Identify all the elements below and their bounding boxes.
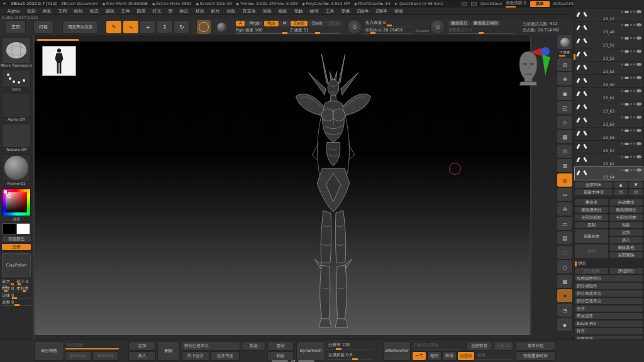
menu-item[interactable]: Z脚本 [372, 8, 391, 14]
visibility-eye-icon[interactable] [636, 89, 641, 92]
right-shelf-icon[interactable]: ⊞ [557, 58, 572, 71]
all-to-target-button[interactable]: 全部到目标 [609, 214, 643, 221]
tool-mode-button[interactable]: + [140, 21, 155, 33]
polypaint-icon[interactable] [625, 50, 629, 53]
subtool-row[interactable]: 23_57 [575, 141, 643, 153]
visibility-eye-icon[interactable] [636, 23, 641, 26]
menu-item[interactable]: 灯光 [149, 8, 165, 14]
subtool-row[interactable]: 23_62 [575, 154, 643, 167]
append-button[interactable]: 追加 [129, 342, 155, 350]
smart-resym-button[interactable]: 智能重新对称 [516, 352, 555, 360]
menu-item[interactable]: 宏 [165, 8, 176, 14]
folder-up-icon[interactable]: ◳ [614, 189, 628, 195]
menu-item[interactable]: 标记 [176, 8, 192, 14]
paste-subtool-button[interactable]: 粘贴 [609, 222, 643, 228]
polypaint-icon[interactable] [625, 37, 629, 40]
right-shelf-icon[interactable]: ⊠ [557, 159, 572, 172]
polypaint-icon[interactable] [625, 129, 629, 132]
bottombar-scrollbar[interactable]: ▲▼ [272, 359, 314, 362]
subtool-row-icons[interactable] [621, 36, 641, 40]
split-section-header[interactable]: 拆分 [575, 261, 643, 266]
split-panel-button[interactable]: 布尔运算 [575, 313, 643, 319]
clay-max-slider[interactable]: 最大 25 [2, 279, 16, 285]
redo-last-relative-button[interactable]: 重做最后相对 [471, 20, 501, 26]
divide-button[interactable]: 细分网格 [35, 342, 64, 360]
polypaint-icon[interactable] [625, 63, 629, 66]
gradient-label[interactable]: 渐变 [1, 217, 32, 222]
all-high-button[interactable]: 最高级细分 [609, 207, 643, 213]
copy-subtool-button[interactable]: 复制 [575, 222, 608, 228]
right-shelf-icon[interactable]: ▪ [557, 318, 572, 331]
polypaint-icon[interactable] [625, 24, 629, 26]
menu-item[interactable]: 渲染 [259, 8, 275, 14]
target-polygons-slider[interactable]: 目标多边形数 [413, 342, 463, 350]
menu-item[interactable]: 笔刷 [23, 8, 39, 14]
subtool-row-icons[interactable] [621, 89, 641, 92]
mirror-slider[interactable]: 镜像 [476, 352, 513, 360]
rename-button[interactable]: 重命名 [575, 199, 608, 206]
right-shelf-icon[interactable]: ↔ [557, 188, 572, 201]
subtool-row-icons[interactable] [621, 155, 641, 158]
bpr-render-button[interactable] [557, 35, 572, 49]
subtool-row[interactable]: 23_27 [575, 9, 643, 21]
alpha-thumbnail[interactable] [3, 94, 30, 117]
preview-boolean-button[interactable]: 预览布尔渲染 [63, 21, 97, 33]
spix-slider[interactable]: 子像素 [557, 50, 573, 57]
subtool-row-icons[interactable] [621, 102, 641, 106]
clay-surface-slider[interactable]: 表面 0 [2, 300, 31, 306]
menu-toggle-button[interactable]: 菜单 [530, 1, 550, 7]
subtool-row-icons[interactable] [621, 63, 641, 66]
folder-down-icon[interactable]: ◲ [629, 189, 643, 195]
groups-split-button[interactable]: 按组拆分 [609, 268, 643, 274]
delete-button[interactable]: 删除 [575, 244, 608, 258]
all-low-button[interactable]: 最低级细分 [575, 207, 608, 213]
dynamesh-button[interactable]: Dynamesh [297, 342, 325, 360]
subtool-row[interactable]: 23_52 [575, 48, 643, 61]
visibility-eye-icon[interactable] [636, 36, 641, 40]
subtool-row[interactable]: 23_64 [575, 167, 643, 180]
right-shelf-icon[interactable]: ◇ [557, 116, 572, 129]
move-down-button[interactable]: ▼ [629, 182, 643, 188]
delete-lower-button[interactable]: 删除低级 [65, 352, 91, 360]
list-all-button[interactable]: 全部列出 [575, 182, 613, 188]
mask-group-button[interactable]: 遮罩分组 [516, 342, 555, 350]
right-shelf-icon[interactable]: ✦ [557, 289, 572, 302]
split-panel-button[interactable]: Bevel Pro [575, 321, 643, 327]
visibility-eye-icon[interactable] [636, 10, 641, 13]
brush-preview-button[interactable] [197, 20, 211, 34]
menu-item[interactable]: 色彩 [39, 8, 55, 14]
visibility-eye-icon[interactable] [636, 168, 641, 172]
polypaint-icon[interactable] [625, 169, 629, 172]
mode-button[interactable]: Zsub [309, 21, 325, 26]
merge-visible-button[interactable]: 合并可见 [211, 352, 239, 360]
material-thumbnail[interactable] [3, 155, 30, 181]
menu-item[interactable]: 影片 [208, 8, 223, 14]
subtool-row[interactable]: 23_61 [575, 88, 643, 101]
visibility-eye-icon[interactable] [636, 155, 641, 158]
focal-shift-slider[interactable]: 焦点衰减 0 [365, 20, 413, 26]
split-panel-button[interactable]: 合并 [575, 305, 643, 312]
stroke-thumbnail[interactable] [3, 70, 30, 87]
polypaint-icon[interactable] [625, 143, 629, 145]
split-panel-button[interactable]: 对齐 [575, 328, 643, 334]
subtool-scroll-marker[interactable] [574, 54, 575, 60]
append-button[interactable]: 追加 [609, 229, 643, 236]
menu-item[interactable]: Alpha [4, 9, 23, 14]
menu-item[interactable]: 笔触 [291, 8, 306, 14]
tool-mode-button[interactable]: ∿ [123, 21, 138, 33]
same-button[interactable]: 相同 [428, 352, 441, 360]
right-shelf-icon[interactable]: ⊙ [557, 145, 572, 158]
scrollbar-arrows-icon[interactable]: ▲▼ [291, 359, 296, 362]
menu-item[interactable]: 绘制 [70, 8, 86, 14]
quicksave-button[interactable]: QuickSave [480, 1, 502, 6]
right-shelf-icon[interactable]: ◱ [557, 101, 572, 114]
draw-size-slider[interactable]: 绘制大小 20.19459Dynamic [365, 28, 413, 34]
adaptive-button[interactable]: 自适应 [458, 352, 474, 360]
rgb-intensity-slider[interactable]: Rgb 强度 100 [236, 28, 289, 34]
right-shelf-icon[interactable]: ◌ [557, 246, 572, 259]
visibility-eye-icon[interactable] [636, 63, 641, 66]
ui-opacity-slider[interactable]: 界面透明 0 [506, 1, 526, 8]
mode-button[interactable]: A [236, 21, 245, 26]
clay-sharp-slider[interactable]: 锐度 0 [2, 286, 16, 292]
mode-button[interactable]: Mrgb [246, 21, 262, 26]
